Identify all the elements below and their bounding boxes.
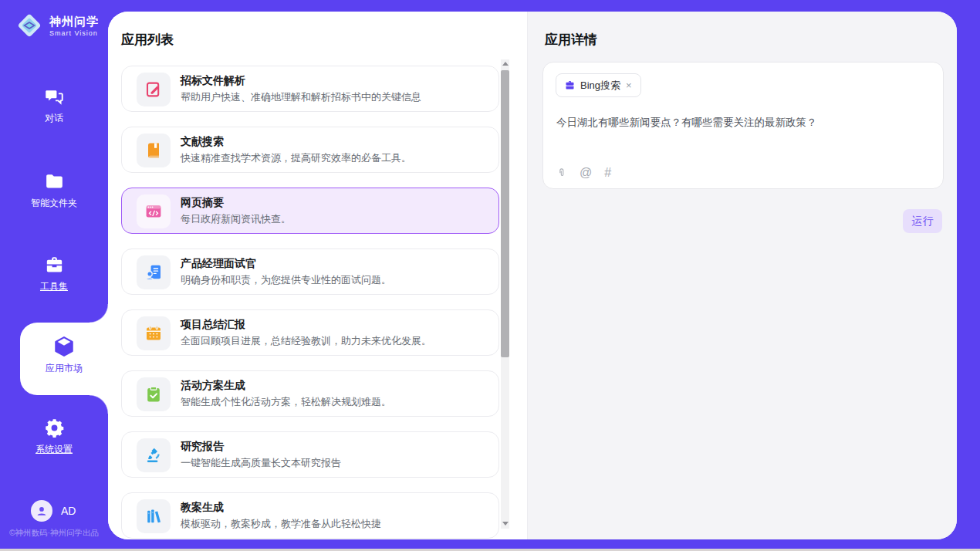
copyright-footer: ©神州数码·神州问学出品 [0, 528, 108, 539]
attachment-toolbar: @ # [556, 166, 611, 180]
tab-curve-bottom [90, 395, 108, 414]
query-text[interactable]: 今日湖北有哪些新闻要点？有哪些需要关注的最新政策？ [556, 116, 817, 130]
gear-icon [44, 417, 65, 438]
clipboard-check-icon [144, 385, 163, 404]
calendar-icon [144, 324, 163, 343]
app-detail-title: 应用详情 [545, 31, 597, 49]
sidebar-item-smart-folder[interactable]: 智能文件夹 [0, 171, 108, 210]
tool-chip-bing-search[interactable]: Bing搜索 × [556, 73, 641, 97]
browser-code-icon [144, 202, 163, 221]
app-card-description: 一键智能生成高质量长文本研究报告 [181, 456, 341, 470]
app-card-description: 明确身份和职责，为您提供专业性的面试问题。 [181, 273, 391, 287]
sidebar: 神州问学 Smart Vision 对话 智能文件夹 工具集 应用市场 [0, 0, 108, 549]
main-content: 应用列表 招标文件解析 帮助用户快速、准确地理解和解析招标书中的关键信息 [108, 12, 957, 539]
user-name: AD [61, 505, 76, 517]
document-edit-icon [144, 80, 163, 99]
paperclip-icon[interactable] [556, 166, 567, 180]
briefcase-icon [564, 79, 576, 91]
user-avatar-icon [35, 504, 49, 518]
app-card-description: 模板驱动，教案秒成，教学准备从此轻松快捷 [181, 517, 381, 531]
app-card-title: 文献搜索 [181, 135, 224, 149]
app-card-description: 智能生成个性化活动方案，轻松解决规划难题。 [181, 395, 391, 409]
prompt-card: Bing搜索 × 今日湖北有哪些新闻要点？有哪些需要关注的最新政策？ @ # [542, 62, 944, 189]
scrollbar-down-arrow[interactable] [501, 519, 509, 529]
books-icon [144, 507, 163, 526]
card-icon-tile [137, 316, 171, 350]
sidebar-item-label: 工具集 [0, 280, 108, 293]
card-icon-tile [137, 194, 171, 228]
app-card-description: 每日政府新闻资讯快查。 [181, 212, 291, 226]
app-card-description: 帮助用户快速、准确地理解和解析招标书中的关键信息 [181, 90, 421, 104]
sidebar-item-chat[interactable]: 对话 [0, 86, 108, 125]
sidebar-item-label: 对话 [0, 112, 108, 125]
run-button[interactable]: 运行 [903, 209, 942, 233]
user-account[interactable]: AD [31, 500, 76, 522]
card-icon-tile [137, 377, 171, 411]
app-card-description: 全面回顾项目进展，总结经验教训，助力未来优化发展。 [181, 334, 431, 348]
app-card-title: 产品经理面试官 [181, 257, 256, 271]
toolbox-icon [44, 255, 65, 276]
gem-logo-icon [15, 12, 43, 39]
app-card-event-plan[interactable]: 活动方案生成 智能生成个性化活动方案，轻松解决规划难题。 [121, 370, 499, 417]
chat-icon [44, 86, 65, 107]
interviewer-icon [144, 263, 163, 282]
app-card-list: 招标文件解析 帮助用户快速、准确地理解和解析招标书中的关键信息 文献搜索 快速精… [121, 66, 499, 539]
app-detail-panel: 应用详情 Bing搜索 × 今日湖北有哪些新闻要点？有哪些需要关注的最新政策？ … [527, 12, 957, 539]
sidebar-item-settings[interactable]: 系统设置 [0, 417, 108, 456]
tool-chip-label: Bing搜索 [580, 79, 620, 93]
sidebar-item-label: 系统设置 [0, 443, 108, 456]
folder-icon [44, 171, 65, 192]
cube-icon [52, 335, 76, 358]
card-icon-tile [137, 438, 171, 472]
tab-curve-top [90, 304, 108, 323]
hash-icon[interactable]: # [604, 167, 611, 179]
app-list-scrollbar[interactable] [501, 59, 509, 529]
scrollbar-up-arrow[interactable] [501, 59, 509, 69]
logo-title: 神州问学 [49, 15, 99, 29]
scrollbar-thumb[interactable] [501, 70, 509, 357]
app-card-title: 研究报告 [181, 440, 224, 454]
app-card-title: 招标文件解析 [181, 74, 245, 88]
app-card-project-summary[interactable]: 项目总结汇报 全面回顾项目进展，总结经验教训，助力未来优化发展。 [121, 309, 499, 356]
app-card-research-report[interactable]: 研究报告 一键智能生成高质量长文本研究报告 [121, 431, 499, 478]
sidebar-item-label: 智能文件夹 [0, 197, 108, 210]
app-list-panel: 应用列表 招标文件解析 帮助用户快速、准确地理解和解析招标书中的关键信息 [108, 12, 527, 539]
app-card-lesson-plan[interactable]: 教案生成 模板驱动，教案秒成，教学准备从此轻松快捷 [121, 492, 499, 539]
sidebar-item-toolset[interactable]: 工具集 [0, 255, 108, 293]
at-icon[interactable]: @ [580, 167, 592, 179]
close-icon[interactable]: × [625, 79, 633, 91]
app-card-literature-search[interactable]: 文献搜索 快速精准查找学术资源，提高研究效率的必备工具。 [121, 127, 499, 173]
app-card-pm-interviewer[interactable]: 产品经理面试官 明确身份和职责，为您提供专业性的面试问题。 [121, 248, 499, 295]
card-icon-tile [137, 134, 171, 167]
microscope-icon [144, 446, 163, 465]
sidebar-item-label: 应用市场 [20, 362, 108, 375]
card-icon-tile [137, 255, 171, 289]
app-card-web-summary[interactable]: 网页摘要 每日政府新闻资讯快查。 [121, 188, 499, 234]
app-card-title: 项目总结汇报 [181, 318, 245, 332]
app-card-description: 快速精准查找学术资源，提高研究效率的必备工具。 [181, 151, 411, 165]
app-logo: 神州问学 Smart Vision [15, 12, 99, 39]
app-card-title: 活动方案生成 [181, 379, 245, 393]
app-card-title: 网页摘要 [181, 196, 224, 210]
logo-subtitle: Smart Vision [49, 29, 99, 37]
book-icon [144, 141, 163, 160]
card-icon-tile [137, 499, 171, 533]
avatar [31, 500, 52, 522]
app-list-title: 应用列表 [121, 31, 174, 49]
card-icon-tile [137, 73, 171, 106]
app-card-title: 教案生成 [181, 501, 224, 515]
app-card-tender-analysis[interactable]: 招标文件解析 帮助用户快速、准确地理解和解析招标书中的关键信息 [121, 66, 499, 112]
sidebar-item-app-market[interactable]: 应用市场 [20, 323, 108, 395]
